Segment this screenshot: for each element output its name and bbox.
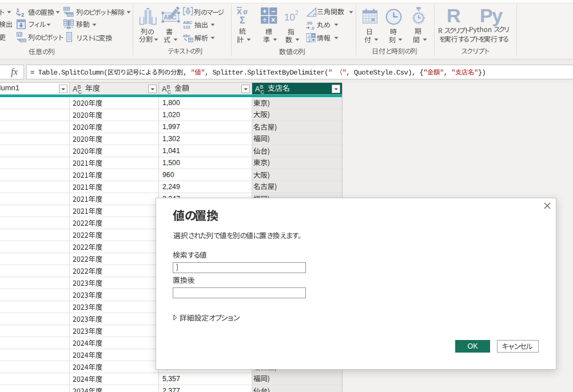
svg-text:σ: σ	[243, 8, 248, 16]
svg-text:+: +	[262, 7, 266, 15]
svg-text:.0: .0	[311, 26, 315, 30]
svg-text:3: 3	[308, 38, 311, 42]
svg-text:123: 123	[183, 25, 190, 30]
svg-text:X: X	[237, 7, 242, 16]
svg-text:×: ×	[271, 16, 275, 24]
svg-text:1: 1	[308, 34, 311, 38]
svg-text:.00: .00	[306, 21, 313, 26]
svg-text:2: 2	[295, 10, 299, 16]
svg-text:10: 10	[284, 12, 295, 23]
svg-text:abc: abc	[183, 33, 190, 38]
svg-text:C: C	[78, 89, 82, 95]
svg-text:−: −	[271, 7, 275, 15]
svg-text:1: 1	[17, 7, 20, 13]
svg-text:Σ: Σ	[240, 15, 245, 25]
svg-text:2: 2	[21, 11, 24, 17]
svg-text:C: C	[168, 89, 172, 95]
svg-text:C: C	[261, 89, 265, 95]
svg-text:÷: ÷	[262, 16, 266, 24]
